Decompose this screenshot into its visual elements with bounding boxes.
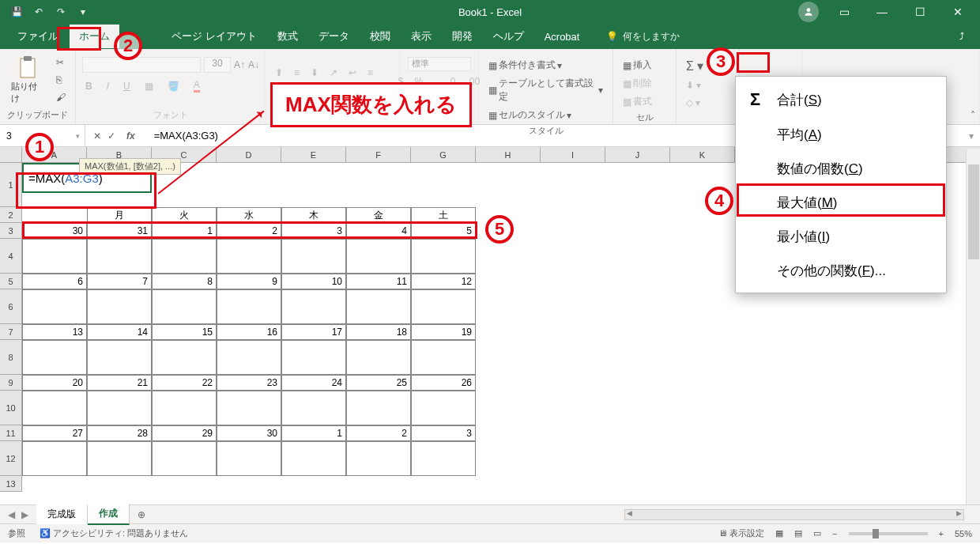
cell[interactable]: 19	[411, 324, 476, 340]
fill-button[interactable]: ⬇ ▾	[683, 78, 704, 93]
align-left-icon[interactable]: ≡	[364, 66, 376, 80]
sheet-nav[interactable]: ◀▶	[0, 509, 36, 520]
insert-cells-button[interactable]: ▦ 挿入	[620, 57, 655, 74]
col-header-k[interactable]: K	[670, 147, 735, 162]
cell[interactable]: 12	[411, 274, 476, 289]
tab-data[interactable]: データ	[309, 25, 359, 48]
font-color-button[interactable]: A	[190, 77, 203, 94]
cell[interactable]	[411, 289, 476, 324]
row-header-8[interactable]: 8	[0, 340, 22, 375]
view-pagelayout-icon[interactable]: ▤	[794, 528, 802, 538]
select-all-corner[interactable]	[0, 147, 22, 162]
col-header-g[interactable]: G	[411, 147, 476, 162]
cell[interactable]: 金	[346, 207, 411, 223]
cell[interactable]: 月	[87, 207, 152, 223]
tab-review[interactable]: 校閲	[360, 25, 400, 48]
cut-icon[interactable]: ✂	[53, 55, 69, 70]
vertical-scrollbar[interactable]	[966, 149, 980, 504]
row-header-9[interactable]: 9	[0, 375, 22, 391]
cell[interactable]	[346, 391, 411, 425]
cell[interactable]	[87, 289, 152, 324]
row-header-11[interactable]: 11	[0, 425, 22, 441]
row-header-7[interactable]: 7	[0, 324, 22, 340]
sheet-tab-2[interactable]: 作成	[88, 504, 130, 525]
cell[interactable]: 18	[346, 324, 411, 340]
tab-file[interactable]: ファイル	[8, 25, 68, 48]
tab-home[interactable]: ホーム	[70, 25, 119, 48]
cell[interactable]: 14	[87, 324, 152, 340]
font-size-input[interactable]: 30	[204, 57, 231, 73]
tell-me-search[interactable]: 💡 何をしますか	[606, 30, 680, 43]
menu-more-functions[interactable]: その他の関数(F)...	[736, 254, 946, 288]
user-avatar[interactable]	[798, 2, 819, 22]
cell[interactable]	[87, 239, 152, 274]
cell[interactable]: 21	[87, 375, 152, 391]
cell[interactable]: 13	[22, 324, 87, 340]
menu-min[interactable]: 最小値(I)	[736, 220, 946, 254]
cell[interactable]: 1	[152, 223, 217, 239]
align-mid-icon[interactable]: ≡	[291, 66, 303, 80]
fx-icon[interactable]: fx	[122, 130, 140, 142]
tab-help[interactable]: ヘルプ	[484, 25, 533, 48]
bold-button[interactable]: B	[82, 77, 96, 94]
view-normal-icon[interactable]: ▦	[775, 528, 783, 538]
row-header-10[interactable]: 10	[0, 391, 22, 425]
zoom-slider[interactable]	[849, 532, 928, 535]
cell[interactable]	[217, 441, 281, 476]
cell[interactable]: 22	[152, 375, 217, 391]
conditional-format-button[interactable]: ▦ 条件付き書式 ▾	[485, 57, 565, 74]
zoom-level[interactable]: 55%	[955, 529, 972, 538]
col-header-e[interactable]: E	[281, 147, 346, 162]
zoom-out-icon[interactable]: −	[832, 529, 837, 538]
new-sheet-button[interactable]: ⊕	[130, 509, 153, 520]
cell[interactable]: 木	[281, 207, 346, 223]
cell[interactable]: 7	[87, 274, 152, 289]
cell[interactable]: 5	[411, 223, 476, 239]
menu-sum[interactable]: Σ合計(S)	[736, 81, 946, 118]
paste-button[interactable]: 貼り付け	[6, 52, 48, 108]
menu-average[interactable]: 平均(A)	[736, 118, 946, 152]
decrease-font-icon[interactable]: A↓	[248, 59, 259, 70]
cell[interactable]	[411, 391, 476, 425]
cell[interactable]: 15	[152, 324, 217, 340]
increase-font-icon[interactable]: A↑	[234, 59, 245, 70]
col-header-f[interactable]: F	[346, 147, 411, 162]
cell[interactable]	[22, 391, 87, 425]
cell[interactable]: 2	[217, 223, 281, 239]
tab-acrobat[interactable]: Acrobat	[535, 26, 590, 47]
minimize-icon[interactable]: —	[869, 1, 895, 23]
copy-icon[interactable]: ⎘	[53, 73, 69, 87]
cell[interactable]	[22, 340, 87, 375]
cell[interactable]	[217, 239, 281, 274]
cell[interactable]	[22, 289, 87, 324]
cell[interactable]: 20	[22, 375, 87, 391]
col-header-h[interactable]: H	[476, 147, 541, 162]
delete-cells-button[interactable]: ▦ 削除	[620, 75, 655, 92]
cell[interactable]	[22, 239, 87, 274]
row-header-2[interactable]: 2	[0, 207, 22, 223]
row-header-6[interactable]: 6	[0, 289, 22, 324]
col-header-i[interactable]: I	[541, 147, 605, 162]
cell[interactable]: 10	[281, 274, 346, 289]
cell[interactable]: 31	[87, 223, 152, 239]
cell[interactable]	[411, 441, 476, 476]
col-header-d[interactable]: D	[217, 147, 281, 162]
view-pagebreak-icon[interactable]: ▭	[813, 528, 821, 538]
qat-more-icon[interactable]: ▾	[74, 3, 92, 21]
cell[interactable]: 水	[217, 207, 281, 223]
cell[interactable]: 2	[346, 425, 411, 441]
cell[interactable]	[346, 289, 411, 324]
row-header-1[interactable]: 1	[0, 163, 22, 207]
orientation-icon[interactable]: ↗	[326, 66, 341, 80]
italic-button[interactable]: I	[104, 77, 112, 94]
cell[interactable]	[411, 340, 476, 375]
cell[interactable]: 9	[217, 274, 281, 289]
number-format-select[interactable]: 標準	[408, 57, 471, 71]
ribbon-display-icon[interactable]: ▭	[831, 1, 857, 23]
cell[interactable]: 30	[217, 425, 281, 441]
close-icon[interactable]: ✕	[945, 1, 971, 23]
tab-formulas[interactable]: 数式	[268, 25, 307, 48]
share-icon[interactable]: ⤴	[959, 31, 980, 42]
cell[interactable]	[411, 239, 476, 274]
cell[interactable]: 24	[281, 375, 346, 391]
